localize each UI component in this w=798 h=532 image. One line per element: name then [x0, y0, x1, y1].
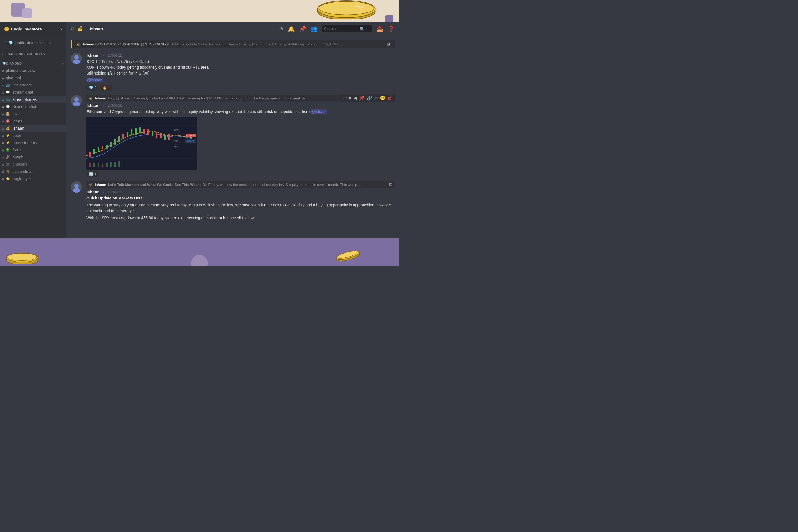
hashtag-action-icon[interactable]: #: [280, 25, 283, 32]
emoji-icon[interactable]: 😊: [380, 95, 385, 100]
verified-badge-eth: ✓: [102, 103, 105, 108]
message-markets: 🦅 Ishaan Let's Talk Markets and What We …: [66, 179, 399, 223]
bottom-banner: [0, 238, 399, 266]
pinned-message-1: 🦅 Ishaan BTO 12/31/2021 XOP $90P @ 2.15 …: [71, 40, 395, 49]
message-text-stc: STC 1/2 Position @3.75 (74% Gain) XOP is…: [87, 59, 395, 83]
channel-chaselin[interactable]: # ✖️ |chaselin: [0, 161, 66, 168]
image-icon: 🖼: [386, 42, 390, 46]
diamond-category-header[interactable]: 💎DIAMOND +: [0, 58, 66, 67]
avatar-ishaan-eth: [71, 95, 82, 106]
purple-button-top[interactable]: [385, 15, 394, 22]
chaselin-emoji: ✖️: [6, 163, 10, 166]
svg-rect-39: [102, 164, 103, 167]
svg-rect-21: [110, 142, 112, 147]
svg-point-2: [319, 1, 374, 15]
top-banner: [0, 0, 399, 22]
hash-icon: #: [2, 134, 4, 138]
svg-rect-16: [89, 152, 91, 157]
channel-scalp-ideas[interactable]: # 🌴 |scalp-ideas: [0, 168, 66, 175]
channel-list: # platinum-preview # algo-trial # 📺 |liv…: [0, 67, 66, 182]
bookmark-icon[interactable]: 📌: [359, 95, 365, 100]
svg-rect-26: [131, 129, 132, 135]
channel-swings[interactable]: # 🎰 |swings: [0, 110, 66, 117]
message-content-stc: Ishaan ✓ 11/30/2021 STC 1/2 Position @3.…: [87, 53, 395, 91]
mention-ishaan: @ishaan: [87, 78, 103, 82]
svg-text:4156.55: 4156.55: [186, 134, 195, 137]
add-channel-icon[interactable]: +: [62, 52, 64, 57]
channel-header: # 💰 ishaan # 🔔 📌 👥 🔍 📥 ❓: [66, 22, 399, 36]
chevron-down-icon: ▾: [60, 27, 62, 31]
hashtag-tool-icon[interactable]: #: [349, 96, 352, 100]
channel-leaps[interactable]: # 🎯 |leaps: [0, 117, 66, 125]
svg-rect-32: [156, 132, 157, 138]
svg-line-3: [356, 7, 363, 7]
verified-badge: ✓: [102, 53, 105, 58]
channel-frank[interactable]: # 🧩 |frank: [0, 146, 66, 153]
channel-algo-trial[interactable]: # algo-trial: [0, 74, 66, 81]
reply-icon[interactable]: ↩: [343, 95, 347, 100]
pin-icon[interactable]: 📌: [299, 25, 306, 32]
message-content-markets: 🦅 Ishaan Let's Talk Markets and What We …: [87, 182, 395, 221]
section-arrow-icon: ›: [2, 53, 3, 56]
reaction-diamond[interactable]: 💎 2: [87, 85, 99, 91]
header-actions: # 🔔 📌 👥 🔍 📥 ❓: [280, 25, 395, 32]
channel-asaph[interactable]: # 🚀 |asaph: [0, 153, 66, 161]
svg-rect-40: [106, 163, 108, 167]
delete-icon[interactable]: 🗑: [388, 96, 392, 100]
channel-cobs-students[interactable]: # ⚡ |cobs-students: [0, 139, 66, 146]
content-area: # 💰 ishaan # 🔔 📌 👥 🔍 📥 ❓ 🦅: [66, 22, 399, 238]
members-icon[interactable]: 👥: [310, 25, 318, 32]
search-input[interactable]: [324, 26, 358, 31]
channel-cobs[interactable]: # ⚡ |cobs: [0, 132, 66, 139]
bottom-coin-right: [335, 247, 361, 263]
hash-icon: #: [2, 148, 4, 152]
channel-live-stream[interactable]: # 📺 |live-stream: [0, 81, 66, 89]
svg-rect-17: [93, 149, 95, 154]
svg-text:3800: 3800: [174, 140, 179, 142]
svg-rect-34: [164, 135, 166, 140]
message-text-eth: Ethereum and Crypto in general held up v…: [87, 109, 395, 115]
message-content-eth: 🦅 Ishaan Hey @ishaan , I recently picked…: [87, 95, 395, 177]
leaps-emoji: 🎯: [6, 119, 10, 123]
server-icon: [4, 27, 9, 31]
svg-text:3988.00: 3988.00: [186, 140, 195, 142]
notification-channel[interactable]: # 💎 |notification-selection: [2, 39, 64, 46]
svg-rect-37: [93, 164, 95, 167]
hash-icon: #: [2, 112, 4, 116]
channel-stream-chat[interactable]: # 💬 |stream-chat: [0, 89, 66, 96]
header-divider: [86, 25, 87, 32]
inbox-icon[interactable]: 📥: [376, 25, 383, 32]
svg-rect-29: [143, 129, 145, 134]
bell-icon[interactable]: 🔔: [288, 25, 295, 32]
channel-diamond-chat[interactable]: # 💬 |diamond-chat: [0, 103, 66, 110]
sidebar: Eagle Investors ▾ # 💎 |notification-sele…: [0, 22, 66, 238]
channel-eagle-eye[interactable]: # ⭐ |eagle-eye: [0, 175, 66, 182]
channel-stream-trades[interactable]: # 📺 |stream-trades: [0, 96, 66, 103]
main-area: Eagle Investors ▾ # 💎 |notification-sele…: [0, 22, 399, 238]
link-icon[interactable]: 🔗: [367, 95, 373, 100]
challenge-accounts-header[interactable]: › CHALLENGE ACCOUNTS +: [0, 47, 66, 58]
server-header[interactable]: Eagle Investors ▾: [0, 22, 66, 35]
channel-ishaan[interactable]: # 💰 |ishaan 👥 ⚙: [0, 125, 66, 132]
message-header-stc: Ishaan ✓ 11/30/2021: [87, 53, 395, 58]
channel-platinum-preview[interactable]: # platinum-preview: [0, 67, 66, 74]
chat-emoji: 💬: [6, 90, 10, 94]
hash-icon: #: [2, 83, 4, 87]
trades-emoji: 📺: [6, 97, 10, 101]
help-icon[interactable]: ❓: [388, 25, 395, 32]
search-box[interactable]: 🔍: [322, 25, 372, 32]
hash-icon: #: [2, 105, 4, 109]
channel-hash-icon: #: [71, 25, 74, 32]
svg-rect-19: [102, 146, 103, 149]
add-to-category-icon[interactable]: +: [62, 61, 64, 66]
audio-icon[interactable]: ◀: [354, 95, 357, 100]
hash-icon: #: [2, 177, 4, 181]
id-icon[interactable]: ID: [375, 96, 378, 100]
notification-section: # 💎 |notification-selection: [0, 35, 66, 47]
reaction-rotate[interactable]: 🔄 1: [87, 171, 99, 177]
svg-text:4200: 4200: [174, 129, 179, 131]
asaph-emoji: 🚀: [6, 155, 10, 159]
svg-rect-25: [127, 132, 128, 136]
svg-text:3600: 3600: [174, 145, 179, 148]
reaction-fire[interactable]: 🔥 1: [100, 85, 113, 91]
